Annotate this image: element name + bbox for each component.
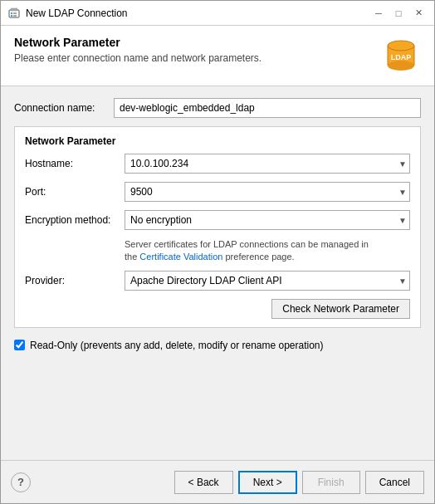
maximize-button[interactable]: □ xyxy=(389,4,408,22)
readonly-row: Read-Only (prevents any add, delete, mod… xyxy=(14,340,421,351)
port-row: Port: ▼ xyxy=(25,182,410,202)
titlebar-buttons: ─ □ ✕ xyxy=(369,4,428,22)
titlebar: New LDAP Connection ─ □ ✕ xyxy=(1,1,434,26)
cert-note-text-3: preference page. xyxy=(222,252,294,262)
svg-text:LDAP: LDAP xyxy=(391,53,412,61)
provider-label: Provider: xyxy=(25,275,125,286)
check-btn-row: Check Network Parameter xyxy=(25,299,410,319)
encryption-label: Encryption method: xyxy=(25,214,125,226)
cert-note-text-2: the xyxy=(125,252,139,262)
help-button[interactable]: ? xyxy=(11,472,31,492)
provider-wrapper: Apache Directory LDAP Client API ▼ xyxy=(125,271,410,291)
next-button[interactable]: Next > xyxy=(238,471,297,494)
network-group-title: Network Parameter xyxy=(25,135,410,147)
encryption-select[interactable]: No encryption SSL/TLS STARTTLS xyxy=(125,210,410,230)
svg-point-4 xyxy=(11,15,12,17)
close-button[interactable]: ✕ xyxy=(409,4,428,22)
header-title: Network Parameter xyxy=(14,36,261,49)
header-text: Network Parameter Please enter connectio… xyxy=(14,36,261,64)
window: New LDAP Connection ─ □ ✕ Network Parame… xyxy=(0,0,435,504)
window-icon xyxy=(7,7,21,20)
content: Connection name: Network Parameter Hostn… xyxy=(1,86,434,460)
footer-left: ? xyxy=(11,472,174,492)
provider-row: Provider: Apache Directory LDAP Client A… xyxy=(25,271,410,291)
connection-name-row: Connection name: xyxy=(14,98,421,118)
hostname-label: Hostname: xyxy=(25,158,125,169)
readonly-checkbox[interactable] xyxy=(14,340,25,350)
port-label: Port: xyxy=(25,186,125,198)
port-input[interactable] xyxy=(125,182,410,202)
footer-buttons: < Back Next > Finish Cancel xyxy=(174,471,424,494)
svg-point-8 xyxy=(388,61,414,71)
check-network-parameter-button[interactable]: Check Network Parameter xyxy=(271,299,410,319)
minimize-button[interactable]: ─ xyxy=(369,4,388,22)
back-button[interactable]: < Back xyxy=(174,471,233,494)
provider-select[interactable]: Apache Directory LDAP Client API xyxy=(125,271,410,291)
cancel-button[interactable]: Cancel xyxy=(365,471,424,494)
svg-point-2 xyxy=(11,12,12,14)
cert-link[interactable]: Certificate Validation xyxy=(139,252,222,262)
titlebar-title: New LDAP Connection xyxy=(26,7,369,19)
svg-rect-1 xyxy=(11,8,17,11)
ldap-icon: LDAP xyxy=(381,36,421,76)
cert-note-text-1: Server certificates for LDAP connections… xyxy=(125,239,369,249)
connection-name-input[interactable] xyxy=(114,98,421,118)
finish-button[interactable]: Finish xyxy=(302,471,360,494)
hostname-wrapper: ▼ xyxy=(125,154,410,174)
header-section: Network Parameter Please enter connectio… xyxy=(1,26,434,86)
hostname-row: Hostname: ▼ xyxy=(25,154,410,174)
connection-name-label: Connection name: xyxy=(14,102,114,114)
encryption-row: Encryption method: No encryption SSL/TLS… xyxy=(25,210,410,230)
cert-note: Server certificates for LDAP connections… xyxy=(125,238,410,264)
network-group: Network Parameter Hostname: ▼ Port: ▼ E xyxy=(14,126,421,328)
footer: ? < Back Next > Finish Cancel xyxy=(1,460,434,503)
hostname-input[interactable] xyxy=(125,154,410,174)
readonly-label[interactable]: Read-Only (prevents any add, delete, mod… xyxy=(30,340,324,351)
encryption-wrapper: No encryption SSL/TLS STARTTLS ▼ xyxy=(125,210,410,230)
header-description: Please enter connection name and network… xyxy=(14,52,261,64)
port-wrapper: ▼ xyxy=(125,182,410,202)
